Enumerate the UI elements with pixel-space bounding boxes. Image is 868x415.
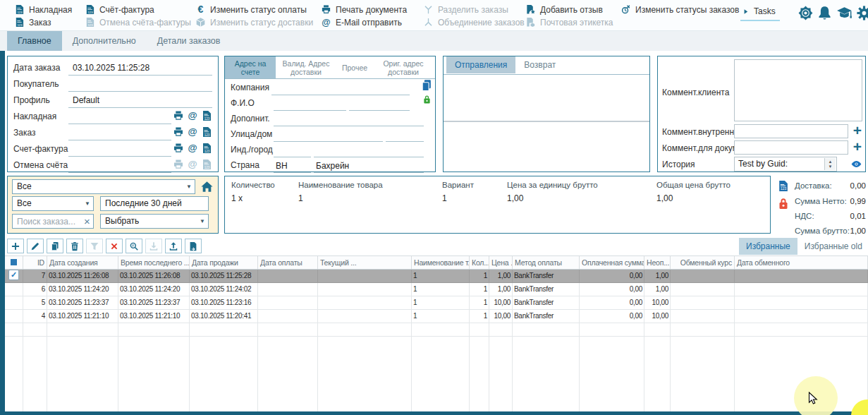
tasks-button[interactable]: Tasks xyxy=(740,5,780,21)
column-header[interactable]: Неоп... xyxy=(644,256,671,269)
tab-order-details[interactable]: Детали заказов xyxy=(147,31,231,51)
delete-button[interactable] xyxy=(66,239,83,253)
settings-sun-icon[interactable] xyxy=(797,5,814,21)
document-123-icon[interactable] xyxy=(201,143,212,154)
tab-main[interactable]: Главное xyxy=(7,31,62,51)
column-header[interactable]: Кол... xyxy=(470,256,489,269)
export-report-button[interactable] xyxy=(185,239,202,253)
tab-favorites[interactable]: Избранные xyxy=(739,238,797,255)
eye-icon[interactable] xyxy=(850,158,862,170)
column-header[interactable]: Метод оплаты xyxy=(513,256,580,269)
column-header[interactable]: Наименование т... xyxy=(412,256,470,269)
export-button[interactable] xyxy=(165,239,182,253)
copy-button[interactable] xyxy=(47,239,63,253)
invoice-input[interactable] xyxy=(68,141,171,157)
add-document-comment-button[interactable]: + xyxy=(851,140,864,153)
email-icon[interactable] xyxy=(187,110,198,121)
shipping-document-icon[interactable] xyxy=(777,180,789,192)
edit-button[interactable] xyxy=(27,239,44,253)
shipments-list[interactable] xyxy=(444,75,649,118)
last-name-input[interactable] xyxy=(349,97,410,111)
document-comment-input[interactable] xyxy=(734,140,848,155)
toolbar-item-delivery-note[interactable]: Накладная xyxy=(14,4,72,16)
printer-icon[interactable] xyxy=(173,143,184,154)
period-filter[interactable]: Последние 30 дней xyxy=(100,196,209,211)
country-code-input[interactable]: BH xyxy=(274,159,311,173)
toolbar-item-print-document[interactable]: Печать документа xyxy=(321,4,407,16)
street-input[interactable] xyxy=(274,128,383,142)
column-header[interactable]: Дата обменного xyxy=(735,256,868,269)
column-header[interactable]: Цена ... xyxy=(489,256,513,269)
tab-shipments[interactable]: Отправления xyxy=(446,56,515,73)
tab-validated-shipping-address[interactable]: Валид. Адрес доставки xyxy=(276,56,336,78)
tutorial-cap-icon[interactable] xyxy=(836,5,853,21)
toolbar-item-order[interactable]: Заказ xyxy=(14,16,51,28)
printer-icon[interactable] xyxy=(173,110,184,121)
tab-original-shipping-address[interactable]: Ориг. адрес доставки xyxy=(373,56,434,78)
order-row[interactable]: ✓703.10.2025 11:26:0803.10.2025 11:26:08… xyxy=(5,270,868,283)
column-header[interactable]: Время последнего ... xyxy=(118,256,190,269)
returns-list[interactable] xyxy=(444,122,649,172)
history-select[interactable]: Test by Guid: ▲▼ xyxy=(734,157,837,172)
customer-input[interactable] xyxy=(68,76,212,92)
internal-comment-input[interactable] xyxy=(734,124,848,138)
row-checkbox[interactable]: ✓ xyxy=(8,270,19,280)
status-filter-select[interactable]: Все▼ xyxy=(12,179,195,194)
search-orders-button[interactable] xyxy=(126,239,142,253)
delivery-note-input[interactable] xyxy=(68,109,171,124)
lock-icon[interactable] xyxy=(422,94,432,104)
email-icon[interactable] xyxy=(187,143,198,154)
add-internal-comment-button[interactable]: + xyxy=(851,124,864,137)
invoice-cancellation-input[interactable] xyxy=(68,157,171,173)
order-search-input[interactable] xyxy=(12,214,94,229)
toolbar-item-send-email[interactable]: E-Mail отправить xyxy=(321,16,402,28)
toolbar-item-invoice[interactable]: Счёт-фактура xyxy=(85,4,154,16)
customer-comment-textarea[interactable] xyxy=(734,59,862,121)
tab-favorites-old[interactable]: Избранные old xyxy=(797,238,868,255)
order-date-value[interactable]: 03.10.2025 11:25:28 xyxy=(73,63,149,73)
email-icon[interactable] xyxy=(187,126,198,138)
order-row[interactable]: 403.10.2025 11:21:1003.10.2025 11:21:100… xyxy=(5,310,868,323)
country-name-input[interactable]: Бахрейн xyxy=(314,159,424,173)
column-header[interactable]: Текущий ... xyxy=(318,256,412,269)
type-filter-select[interactable]: Все▼ xyxy=(12,196,94,211)
toolbar-item-add-review[interactable]: Добавить отзыв xyxy=(525,4,603,16)
city-input[interactable] xyxy=(314,143,424,157)
tab-billing-address[interactable]: Адрес на счете xyxy=(225,56,276,78)
printer-icon[interactable] xyxy=(173,126,184,138)
copy-address-icon[interactable] xyxy=(420,79,433,92)
select-all-square-icon[interactable] xyxy=(11,259,17,265)
order-doc-input[interactable] xyxy=(68,125,171,140)
choose-filter-select[interactable]: Выбрать▼ xyxy=(100,214,209,229)
locked-totals-icon[interactable] xyxy=(776,196,790,210)
column-header[interactable]: Обменный курс xyxy=(671,256,735,269)
document-123-icon[interactable] xyxy=(201,110,212,121)
column-header[interactable]: Оплаченная сумма xyxy=(580,256,644,269)
tab-additional[interactable]: Дополнительно xyxy=(62,31,147,51)
order-row[interactable]: 503.10.2025 11:23:3703.10.2025 11:23:370… xyxy=(5,296,868,310)
field-customer: Покупатель xyxy=(13,76,212,92)
tab-returns[interactable]: Возврат xyxy=(515,56,564,73)
additional-input[interactable] xyxy=(274,112,424,126)
column-header[interactable]: Дата оплаты xyxy=(258,256,318,269)
column-header[interactable]: ID xyxy=(23,256,47,269)
zip-input[interactable] xyxy=(274,143,311,157)
order-row[interactable]: 603.10.2025 11:24:2003.10.2025 11:24:200… xyxy=(5,283,868,296)
first-name-input[interactable] xyxy=(274,97,346,111)
toolbar-item-change-order-statuses[interactable]: Изменить статусы заказов xyxy=(621,4,739,16)
toolbar-item-change-payment-status[interactable]: Изменить статус оплаты xyxy=(195,4,307,16)
clear-search-icon[interactable]: × xyxy=(84,214,90,229)
company-input[interactable] xyxy=(271,81,410,95)
spinner-arrows-icon[interactable]: ▲▼ xyxy=(824,158,836,170)
select-all-header[interactable] xyxy=(5,256,23,269)
tab-other[interactable]: Прочее xyxy=(336,56,373,78)
notifications-bell-icon[interactable] xyxy=(817,5,833,21)
add-button[interactable] xyxy=(7,239,24,253)
home-icon[interactable] xyxy=(200,180,214,193)
clear-filter-button[interactable] xyxy=(106,239,123,253)
column-header[interactable]: Дата создания xyxy=(47,256,118,269)
document-123-icon[interactable] xyxy=(201,126,212,138)
column-header[interactable]: Дата продажи xyxy=(190,256,258,269)
house-number-input[interactable] xyxy=(386,128,424,142)
settings-gear-icon[interactable] xyxy=(856,5,868,21)
